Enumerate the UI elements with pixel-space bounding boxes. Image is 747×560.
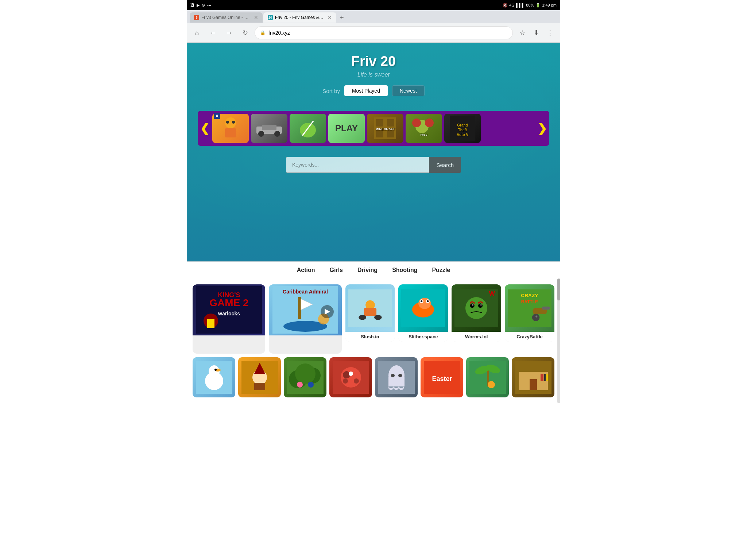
game-card-ghost[interactable] — [375, 357, 418, 397]
carousel: A ❮ — [198, 111, 549, 146]
carousel-next[interactable]: ❯ — [537, 121, 547, 135]
svg-point-2 — [226, 121, 229, 124]
url-text: friv20.xyz — [268, 30, 507, 36]
game-card-forest[interactable] — [284, 357, 326, 397]
sort-label: Sort by — [322, 88, 340, 94]
carousel-item-racing[interactable] — [251, 114, 287, 143]
game-card-slushio[interactable]: Slush.io — [345, 284, 395, 342]
carousel-items: PLAY MINECRAFT — [212, 114, 481, 143]
status-bar: 🖼 ▶ ⊙ ••• 🔇 4G ▌▌▌ 80% 🔋 1:49 pm — [187, 0, 560, 10]
time-label: 1:49 pm — [542, 3, 557, 7]
svg-text:warlocks: warlocks — [218, 311, 240, 316]
address-bar[interactable]: 🔒 friv20.xyz — [255, 26, 513, 39]
carousel-thumb-gta: Grand Theft Auto V — [444, 114, 481, 143]
svg-point-96 — [488, 381, 495, 388]
game-card-room[interactable] — [512, 357, 554, 397]
game-card-crazy[interactable]: CRAZY BATTLE CrazyBattle — [505, 284, 554, 342]
game-card-beach[interactable] — [466, 357, 509, 397]
tab-friv20[interactable]: 20 Friv 20 - Friv Games & Juego ✕ — [263, 12, 336, 23]
game-thumb-slither — [398, 284, 448, 332]
svg-point-45 — [418, 298, 431, 309]
refresh-button[interactable]: ↻ — [239, 26, 252, 39]
svg-point-52 — [465, 297, 487, 319]
svg-point-63 — [535, 316, 537, 318]
tab-friv3-close[interactable]: ✕ — [254, 15, 258, 20]
game-thumb-worms: W — [452, 284, 501, 332]
game-card-worms[interactable]: W Worms.lol — [452, 284, 501, 342]
home-button[interactable]: ⌂ — [190, 26, 204, 39]
svg-point-80 — [341, 367, 361, 388]
svg-text:W: W — [489, 290, 495, 297]
svg-rect-72 — [254, 383, 265, 390]
svg-point-5 — [258, 131, 264, 137]
svg-rect-40 — [364, 308, 376, 316]
sort-newest[interactable]: Newest — [392, 85, 425, 96]
games-section: KING'S GAME 2 warlocks Caribbean Admiral — [187, 279, 560, 403]
svg-point-76 — [295, 363, 316, 384]
svg-rect-99 — [530, 379, 537, 390]
games-row1: KING'S GAME 2 warlocks Caribbean Admiral — [193, 284, 554, 354]
sort-bar: Sort by Most Played Newest — [194, 85, 553, 96]
carousel-thumb-play: PLAY — [328, 114, 365, 143]
svg-point-84 — [354, 378, 359, 384]
game-card-wizard[interactable] — [238, 357, 281, 397]
svg-point-77 — [297, 382, 303, 388]
game-card-caribbean[interactable]: Caribbean Admiral — [269, 284, 341, 354]
signal-label: 4G — [509, 3, 515, 7]
tab-friv3[interactable]: 5 Friv3 Games Online - Game S ✕ — [190, 12, 263, 23]
carousel-item-gta[interactable]: Grand Theft Auto V — [444, 114, 481, 143]
carousel-thumb-racing — [251, 114, 287, 143]
category-shooting[interactable]: Shooting — [392, 267, 417, 273]
games-row2: Easter — [193, 357, 554, 397]
svg-text:BATTLE: BATTLE — [521, 299, 538, 304]
tab-friv20-close[interactable]: ✕ — [328, 15, 332, 20]
category-puzzle[interactable]: Puzzle — [432, 267, 450, 273]
bookmark-button[interactable]: ☆ — [516, 26, 529, 39]
back-button[interactable]: ← — [206, 26, 220, 39]
svg-text:Auto V: Auto V — [457, 133, 469, 137]
category-girls[interactable]: Girls — [330, 267, 343, 273]
status-bar-right: 🔇 4G ▌▌▌ 80% 🔋 1:49 pm — [503, 3, 557, 8]
carousel-item-fruit[interactable] — [290, 114, 326, 143]
more-button[interactable]: ⋮ — [543, 26, 557, 39]
scrollbar[interactable] — [557, 279, 560, 403]
mute-icon: 🔇 — [503, 3, 508, 8]
new-tab-button[interactable]: + — [337, 14, 347, 22]
scrollbar-thumb[interactable] — [557, 279, 560, 300]
tab-friv3-label: Friv3 Games Online - Game S — [201, 15, 250, 20]
svg-rect-11 — [376, 119, 383, 127]
download-button[interactable]: ⬇ — [530, 26, 543, 39]
carousel-thumb-fruit — [290, 114, 326, 143]
game-thumb-crazy: CRAZY BATTLE — [505, 284, 554, 332]
carousel-item-play[interactable]: PLAY — [328, 114, 365, 143]
svg-rect-61 — [542, 307, 550, 310]
tab-friv3-favicon: 5 — [194, 15, 199, 20]
game-card-goose[interactable] — [193, 357, 235, 397]
svg-point-3 — [232, 121, 235, 124]
carousel-prev[interactable]: ❮ — [200, 121, 210, 135]
svg-text:Caribbean Admiral: Caribbean Admiral — [283, 289, 328, 295]
svg-point-6 — [274, 131, 280, 137]
category-action[interactable]: Action — [297, 267, 315, 273]
game-card-slither[interactable]: Slither.space — [398, 284, 448, 342]
svg-point-82 — [349, 372, 353, 376]
category-driving[interactable]: Driving — [357, 267, 378, 273]
forward-button[interactable]: → — [222, 26, 236, 39]
play-icon: ▶ — [197, 3, 200, 8]
svg-text:PvZ 2: PvZ 2 — [421, 133, 427, 136]
game-thumb-kings: KING'S GAME 2 warlocks — [193, 284, 265, 335]
svg-point-62 — [532, 314, 540, 321]
sort-most-played[interactable]: Most Played — [344, 85, 388, 96]
svg-point-83 — [343, 378, 348, 384]
carousel-item-minecraft[interactable]: MINECRAFT — [367, 114, 403, 143]
svg-point-68 — [214, 369, 217, 371]
svg-rect-1 — [225, 128, 236, 137]
game-card-easter[interactable]: Easter — [421, 357, 463, 397]
game-label-slither: Slither.space — [398, 332, 448, 342]
carousel-item-plants[interactable]: PvZ 2 — [406, 114, 442, 143]
game-card-kings[interactable]: KING'S GAME 2 warlocks — [193, 284, 265, 354]
carousel-thumb-minecraft: MINECRAFT — [367, 114, 403, 143]
game-card-ladybug[interactable] — [329, 357, 372, 397]
status-bar-left: 🖼 ▶ ⊙ ••• — [190, 3, 503, 8]
svg-point-89 — [398, 374, 402, 377]
